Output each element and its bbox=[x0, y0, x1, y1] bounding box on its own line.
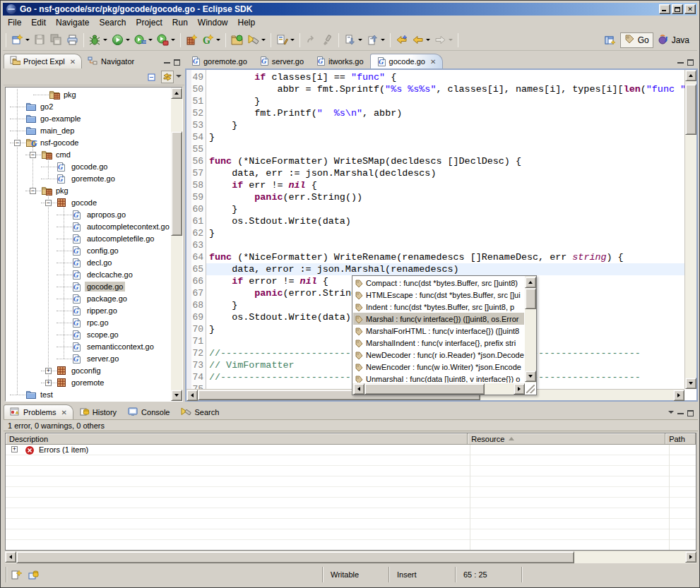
run-profile-button[interactable] bbox=[155, 32, 177, 49]
tree-item-config-go[interactable]: Gconfig.go bbox=[6, 245, 171, 257]
bottom-tab-search[interactable]: Search bbox=[175, 404, 225, 419]
close-editor-tab-icon[interactable]: ✕ bbox=[430, 58, 436, 66]
tree-item-rpc-go[interactable]: Grpc.go bbox=[6, 317, 171, 329]
view-tab-project-expl[interactable]: Project Expl✕ bbox=[4, 54, 82, 68]
save-button[interactable] bbox=[32, 32, 48, 49]
minimize-button[interactable] bbox=[659, 4, 670, 14]
tree-item-autocompletecontext-go[interactable]: Gautocompletecontext.go bbox=[6, 221, 171, 233]
prev-annotation-button[interactable] bbox=[364, 32, 387, 49]
tree-item-decl-go[interactable]: Gdecl.go bbox=[6, 257, 171, 269]
column-header-description[interactable]: Description bbox=[6, 433, 468, 445]
completion-item[interactable]: HTMLEscape : func(dst *bytes.Buffer, src… bbox=[353, 289, 524, 301]
tree-item-ripper-go[interactable]: Gripper.go bbox=[6, 305, 171, 317]
menu-search[interactable]: Search bbox=[94, 16, 131, 29]
view-menu-icon[interactable] bbox=[176, 75, 182, 78]
completion-item[interactable]: MarshalIndent : func(v interface{}, pref… bbox=[353, 337, 524, 349]
format-brush-button[interactable] bbox=[319, 32, 336, 49]
completion-item[interactable]: Compact : func(dst *bytes.Buffer, src []… bbox=[353, 277, 524, 289]
maximize-view-icon[interactable] bbox=[687, 410, 694, 416]
completion-item[interactable]: NewDecoder : func(r io.Reader) *json.Dec… bbox=[353, 349, 524, 361]
minimize-view-icon[interactable] bbox=[164, 59, 170, 64]
problems-row-errors[interactable]: +Errors (1 item) bbox=[6, 445, 696, 455]
tree-item-semanticcontext-go[interactable]: Gsemanticcontext.go bbox=[6, 341, 171, 353]
close-tab-icon[interactable]: ✕ bbox=[70, 58, 76, 66]
tree-item-go2[interactable]: go2 bbox=[6, 101, 171, 113]
tree-item-goremote[interactable]: +goremote bbox=[6, 377, 171, 389]
tree-item-go-example[interactable]: go-example bbox=[6, 113, 171, 125]
link-with-editor-icon[interactable] bbox=[161, 71, 174, 83]
status-new-icon[interactable] bbox=[10, 568, 23, 581]
completion-item[interactable]: Indent : func(dst *bytes.Buffer, src []u… bbox=[353, 301, 524, 313]
bottom-tab-problems[interactable]: Problems✕ bbox=[4, 404, 73, 419]
maximize-button[interactable] bbox=[672, 4, 683, 14]
tree-item-gocode-go[interactable]: Ggocode.go bbox=[6, 161, 171, 173]
menu-file[interactable]: File bbox=[3, 16, 26, 29]
undo-button[interactable] bbox=[303, 32, 319, 49]
close-tab-icon[interactable]: ✕ bbox=[61, 409, 66, 416]
run-button[interactable] bbox=[109, 32, 132, 49]
annotations-button[interactable] bbox=[274, 32, 297, 49]
tree-item-scope-go[interactable]: Gscope.go bbox=[6, 329, 171, 341]
minimize-editor-icon[interactable] bbox=[677, 59, 684, 64]
popup-vscrollbar[interactable] bbox=[525, 276, 536, 383]
column-header-resource[interactable]: Resource bbox=[468, 433, 665, 445]
view-menu-icon[interactable] bbox=[668, 411, 674, 414]
menu-window[interactable]: Window bbox=[193, 16, 233, 29]
minimize-view-icon[interactable] bbox=[677, 409, 684, 414]
tree-expander-minus[interactable]: − bbox=[30, 152, 36, 158]
tree-item-goremote-go[interactable]: Ggoremote.go bbox=[6, 173, 171, 185]
perspective-java[interactable]: JJava bbox=[655, 32, 693, 48]
tree-item-package-go[interactable]: Gpackage.go bbox=[6, 293, 171, 305]
tree-item-goconfig[interactable]: +goconfig bbox=[6, 365, 171, 377]
tree-expander-minus[interactable]: − bbox=[45, 200, 52, 206]
popup-hscrollbar[interactable] bbox=[352, 383, 525, 395]
search-button[interactable] bbox=[245, 32, 268, 49]
collapse-all-icon[interactable] bbox=[146, 71, 159, 83]
problems-hscrollbar[interactable] bbox=[5, 551, 696, 563]
tree-scrollbar[interactable] bbox=[171, 88, 182, 401]
column-header-path[interactable]: Path bbox=[665, 433, 696, 445]
menu-project[interactable]: Project bbox=[131, 16, 167, 29]
tree-expander-minus[interactable]: − bbox=[30, 188, 36, 194]
tree-item-pkg[interactable]: pkg bbox=[6, 89, 171, 101]
open-resource-button[interactable] bbox=[229, 32, 245, 49]
menu-edit[interactable]: Edit bbox=[26, 16, 51, 29]
status-task-icon[interactable] bbox=[27, 568, 40, 581]
new-wizard-button[interactable] bbox=[9, 32, 32, 49]
view-tab-navigator[interactable]: Navigator bbox=[82, 54, 140, 68]
tree-item-autocompletefile-go[interactable]: Gautocompletefile.go bbox=[6, 233, 171, 245]
forward-button[interactable] bbox=[432, 32, 455, 49]
new-go-package-button[interactable] bbox=[184, 32, 200, 49]
tree-expander-minus[interactable]: − bbox=[14, 140, 20, 146]
next-annotation-button[interactable] bbox=[342, 32, 364, 49]
popup-resize-grip[interactable] bbox=[526, 385, 535, 393]
menu-help[interactable]: Help bbox=[233, 16, 261, 29]
debug-button[interactable] bbox=[87, 32, 109, 49]
print-button[interactable] bbox=[64, 32, 81, 49]
bottom-tab-history[interactable]: History bbox=[73, 404, 122, 419]
tree-expander-plus[interactable]: + bbox=[45, 380, 52, 386]
bottom-tab-console[interactable]: Console bbox=[122, 404, 175, 419]
maximize-editor-icon[interactable] bbox=[687, 59, 694, 66]
tree-item-declcache-go[interactable]: Gdeclcache.go bbox=[6, 269, 171, 281]
editor-tab-gocode-go[interactable]: Ggocode.go✕ bbox=[370, 54, 444, 68]
completion-item[interactable]: MarshalForHTML : func(v interface{}) ([]… bbox=[353, 325, 524, 337]
menu-navigate[interactable]: Navigate bbox=[51, 16, 94, 29]
tree-item-nsf-gocode[interactable]: −Gnsf-gocode bbox=[6, 137, 171, 149]
tree-item-gocode[interactable]: −gocode bbox=[6, 197, 171, 209]
maximize-view-icon[interactable] bbox=[174, 59, 180, 66]
title-bar[interactable]: Go - nsf-gocode/src/pkg/gocode/gocode.go… bbox=[3, 3, 697, 16]
tree-item-gocode-go[interactable]: Ggocode.go bbox=[6, 281, 171, 293]
menu-run[interactable]: Run bbox=[167, 16, 193, 29]
open-perspective-button[interactable] bbox=[603, 32, 619, 49]
perspective-go[interactable]: Go bbox=[620, 32, 653, 48]
completion-item[interactable]: NewEncoder : func(w io.Writer) *json.Enc… bbox=[353, 361, 524, 373]
tree-item-pkg[interactable]: −pkg bbox=[6, 185, 171, 197]
close-button[interactable]: ✕ bbox=[684, 4, 696, 14]
editor-tab-goremote-go[interactable]: Ggoremote.go bbox=[185, 54, 254, 68]
row-expander-plus[interactable]: + bbox=[11, 446, 18, 452]
tree-item-server-go[interactable]: Gserver.go bbox=[6, 353, 171, 365]
tree-item-cmd[interactable]: −cmd bbox=[6, 149, 171, 161]
new-go-type-button[interactable]: G bbox=[200, 32, 223, 49]
completion-item[interactable]: Unmarshal : func(data []uint8, v interfa… bbox=[353, 373, 524, 383]
